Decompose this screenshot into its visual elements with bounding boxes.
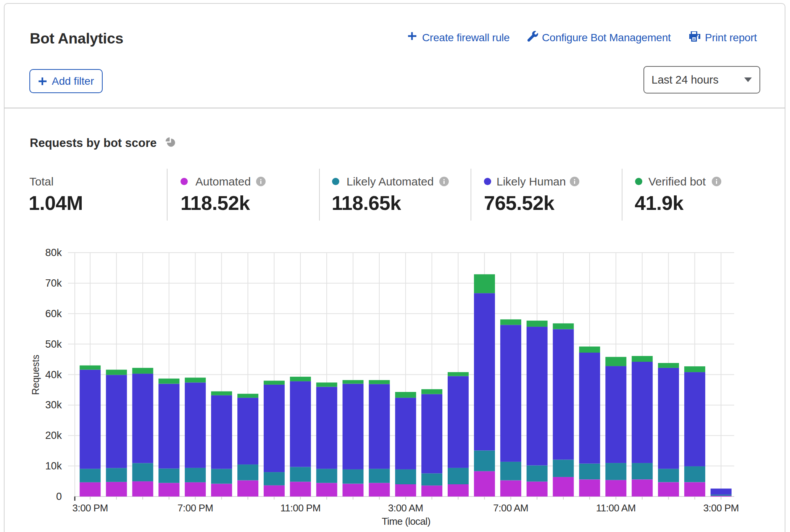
svg-text:70k: 70k xyxy=(45,277,62,289)
svg-text:3:00 PM: 3:00 PM xyxy=(703,502,739,514)
svg-text:60k: 60k xyxy=(45,308,62,319)
svg-text:20k: 20k xyxy=(45,430,62,441)
svg-text:11:00 AM: 11:00 AM xyxy=(596,502,636,514)
svg-text:3:00 AM: 3:00 AM xyxy=(388,502,423,514)
svg-text:7:00 PM: 7:00 PM xyxy=(177,502,213,514)
svg-text:0: 0 xyxy=(56,491,62,502)
svg-text:10k: 10k xyxy=(45,460,62,472)
svg-text:Time (local): Time (local) xyxy=(382,516,430,527)
svg-text:3:00 PM: 3:00 PM xyxy=(73,502,108,514)
svg-text:Requests: Requests xyxy=(30,355,41,395)
svg-text:30k: 30k xyxy=(45,399,62,411)
svg-text:40k: 40k xyxy=(45,369,62,380)
svg-text:80k: 80k xyxy=(45,247,62,258)
svg-text:11:00 PM: 11:00 PM xyxy=(281,502,321,514)
svg-text:50k: 50k xyxy=(45,339,62,350)
svg-text:7:00 AM: 7:00 AM xyxy=(493,502,528,514)
